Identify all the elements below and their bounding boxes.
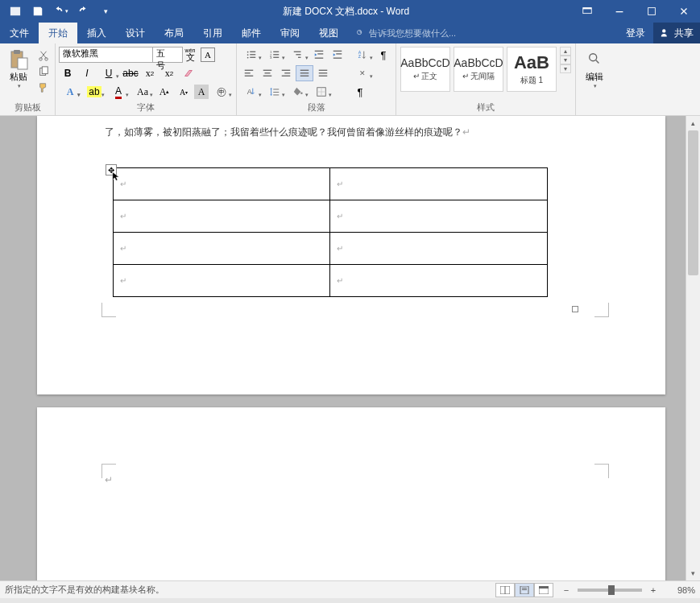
view-print-layout[interactable] <box>515 583 534 597</box>
zoom-thumb[interactable] <box>608 585 615 595</box>
tab-review[interactable]: 审阅 <box>271 23 309 43</box>
tab-layout[interactable]: 布局 <box>155 23 193 43</box>
page-1[interactable]: 了，如薄雾，被初阳蒸融了；我留着些什么痕迹呢？我何曾留着像游丝样的痕迹呢？↵ ✥… <box>37 116 665 394</box>
word-icon[interactable] <box>6 2 24 20</box>
show-marks-button-2[interactable]: ¶ <box>351 84 369 100</box>
tab-home[interactable]: 开始 <box>39 23 77 43</box>
styles-scroll-up[interactable]: ▴ <box>560 47 571 56</box>
scroll-down-button[interactable]: ▾ <box>686 566 700 580</box>
minimize-button[interactable] <box>603 0 636 23</box>
document-table[interactable]: ↵↵ ↵↵ ↵↵ ↵↵ <box>113 167 548 297</box>
increase-indent-button[interactable] <box>329 47 346 63</box>
table-row[interactable]: ↵↵ <box>113 167 547 200</box>
table-row[interactable]: ↵↵ <box>113 200 547 232</box>
table-cell[interactable]: ↵ <box>113 232 330 264</box>
tab-insert[interactable]: 插入 <box>77 23 116 43</box>
distributed-button[interactable] <box>314 65 332 81</box>
document-scroll[interactable]: 了，如薄雾，被初阳蒸融了；我留着些什么痕迹呢？我何曾留着像游丝样的痕迹呢？↵ ✥… <box>0 116 686 580</box>
close-button[interactable] <box>668 0 700 23</box>
phonetic-guide-button[interactable]: wén文 <box>181 47 199 63</box>
text-direction-button[interactable]: A <box>240 84 263 100</box>
vertical-scrollbar[interactable]: ▴ ▾ <box>686 116 700 580</box>
zoom-slider[interactable] <box>578 589 642 592</box>
redo-button[interactable] <box>74 2 92 20</box>
scroll-thumb[interactable] <box>688 130 698 275</box>
tab-design[interactable]: 设计 <box>116 23 155 43</box>
tab-references[interactable]: 引用 <box>193 23 232 43</box>
zoom-out-button[interactable]: − <box>560 584 573 597</box>
login-button[interactable]: 登录 <box>618 23 653 43</box>
share-button[interactable]: 共享 <box>653 23 700 43</box>
asian-layout-button[interactable]: ✕ <box>351 65 374 81</box>
styles-scroll-down[interactable]: ▾ <box>560 56 571 64</box>
status-message[interactable]: 所指定的文字不是有效的构建基块名称。 <box>5 584 495 596</box>
find-button[interactable] <box>582 50 607 68</box>
change-case-button[interactable]: Aa <box>131 84 154 100</box>
scroll-up-button[interactable]: ▴ <box>686 116 700 130</box>
multilevel-list-button[interactable] <box>287 47 309 63</box>
style-no-spacing[interactable]: AaBbCcD ↵ 无间隔 <box>454 47 503 92</box>
qat-customize[interactable]: ▾ <box>97 2 114 20</box>
table-cell[interactable]: ↵ <box>113 264 330 296</box>
page-2[interactable]: ↵ <box>37 407 665 580</box>
bullets-button[interactable] <box>240 47 263 63</box>
body-paragraph[interactable]: ↵ <box>85 472 617 489</box>
view-web-layout[interactable] <box>534 583 553 597</box>
align-center-button[interactable] <box>259 65 276 81</box>
grow-font-button[interactable]: A▴ <box>155 84 173 100</box>
shrink-font-button[interactable]: A▾ <box>175 84 193 100</box>
paste-button[interactable]: 粘贴 ▾ <box>3 45 34 89</box>
bold-button[interactable]: B <box>59 65 77 81</box>
zoom-in-button[interactable]: + <box>647 584 660 597</box>
format-painter-button[interactable] <box>35 81 52 95</box>
style-heading1[interactable]: AaB 标题 1 <box>507 47 557 92</box>
enclose-char-button[interactable]: ㊥ <box>210 84 233 100</box>
decrease-indent-button[interactable] <box>310 47 328 63</box>
char-shading-button[interactable]: A <box>194 85 209 99</box>
font-size-select[interactable]: 五号 <box>152 47 183 63</box>
undo-button[interactable]: ▾ <box>52 2 69 20</box>
highlight-button[interactable]: ab <box>83 84 106 100</box>
clear-formatting-button[interactable] <box>180 65 197 81</box>
tell-me-search[interactable]: 告诉我您想要做什么... <box>348 23 462 43</box>
justify-button[interactable] <box>296 65 313 81</box>
zoom-level[interactable]: 98% <box>665 585 695 595</box>
table-row[interactable]: ↵↵ <box>113 232 547 264</box>
body-paragraph[interactable]: 了，如薄雾，被初阳蒸融了；我留着些什么痕迹呢？我何曾留着像游丝样的痕迹呢？↵ <box>85 124 617 142</box>
scroll-track[interactable] <box>686 130 700 566</box>
table-row[interactable]: ↵↵ <box>113 264 547 296</box>
table-resize-handle[interactable] <box>572 306 578 312</box>
font-color-button[interactable]: A <box>107 84 130 100</box>
italic-button[interactable]: I <box>78 65 96 81</box>
show-marks-button[interactable]: ¶ <box>375 47 392 63</box>
save-button[interactable] <box>29 2 47 20</box>
styles-expand[interactable]: ▾ <box>560 64 571 73</box>
style-normal[interactable]: AaBbCcD ↵ 正文 <box>400 47 450 92</box>
maximize-button[interactable] <box>636 0 668 23</box>
table-cell[interactable]: ↵ <box>113 167 330 200</box>
underline-button[interactable]: U <box>97 65 120 81</box>
tab-view[interactable]: 视图 <box>309 23 348 43</box>
tab-mailings[interactable]: 邮件 <box>232 23 271 43</box>
copy-button[interactable] <box>35 64 52 79</box>
cut-button[interactable] <box>35 48 52 63</box>
borders-button[interactable] <box>310 84 333 100</box>
align-right-button[interactable] <box>277 65 295 81</box>
text-effects-button[interactable]: A <box>59 84 81 100</box>
font-name-select[interactable]: 微软雅黑 <box>59 47 154 63</box>
ribbon-options-button[interactable] <box>571 0 603 23</box>
view-read-mode[interactable] <box>495 583 515 597</box>
numbering-button[interactable]: 123 <box>263 47 286 63</box>
table-cell[interactable]: ↵ <box>113 200 330 232</box>
char-border-button[interactable]: A <box>201 47 215 62</box>
tab-file[interactable]: 文件 <box>0 23 39 43</box>
sort-button[interactable]: AZ <box>351 47 374 63</box>
table-cell[interactable]: ↵ <box>330 200 548 232</box>
table-cell[interactable]: ↵ <box>330 167 548 200</box>
table-cell[interactable]: ↵ <box>330 264 548 296</box>
line-spacing-button[interactable] <box>263 84 286 100</box>
strikethrough-button[interactable]: abc <box>122 65 139 81</box>
shading-button[interactable] <box>287 84 309 100</box>
table-cell[interactable]: ↵ <box>330 232 548 264</box>
align-left-button[interactable] <box>240 65 258 81</box>
